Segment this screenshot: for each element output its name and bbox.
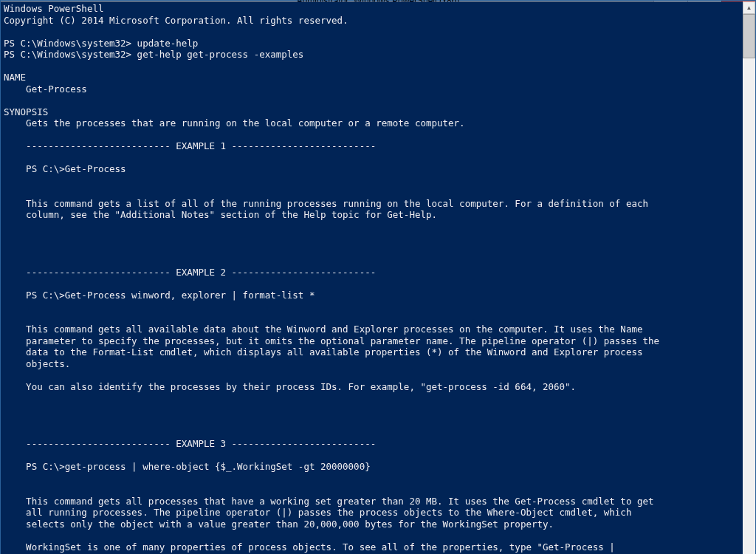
console-line: PS C:\Windows\system32> get-help get-pro… (4, 49, 303, 60)
console-output[interactable]: Windows PowerShell Copyright (C) 2014 Mi… (1, 1, 743, 554)
console-line: -------------------------- EXAMPLE 1 ---… (4, 140, 376, 151)
console-line: Gets the processes that are running on t… (4, 117, 465, 129)
console-line: PS C:\>Get-Process winword, explorer | f… (4, 290, 315, 301)
scroll-track[interactable] (743, 14, 755, 554)
console-line: PS C:\>Get-Process (4, 163, 126, 174)
scroll-thumb[interactable] (743, 14, 755, 58)
console-line: Windows PowerShell (4, 3, 103, 14)
console-line: This command gets all processes that hav… (4, 496, 654, 530)
console-line: SYNOPSIS (4, 106, 48, 117)
console-line: -------------------------- EXAMPLE 3 ---… (4, 438, 376, 449)
console-line: This command gets a list of all of the r… (4, 198, 648, 221)
console-line: WorkingSet is one of many properties of … (4, 541, 648, 555)
console-line: Copyright (C) 2014 Microsoft Corporation… (4, 15, 348, 26)
console-line: NAME (4, 72, 26, 83)
console-line: PS C:\Windows\system32> update-help (4, 38, 198, 49)
scroll-up-arrow-icon[interactable]: ▲ (743, 1, 755, 14)
console-line: This command gets all available data abo… (4, 324, 659, 369)
console-line: Get-Process (4, 83, 87, 95)
console-area: Windows PowerShell Copyright (C) 2014 Mi… (1, 1, 755, 554)
console-line: PS C:\>get-process | where-object {$_.Wo… (4, 461, 371, 472)
console-line: -------------------------- EXAMPLE 2 ---… (4, 267, 376, 278)
vertical-scrollbar[interactable]: ▲ ▼ (743, 1, 755, 554)
powershell-window: Administrator: Windows PowerShell (x86) … (0, 0, 756, 554)
console-line: You can also identify the processes by t… (4, 381, 576, 392)
